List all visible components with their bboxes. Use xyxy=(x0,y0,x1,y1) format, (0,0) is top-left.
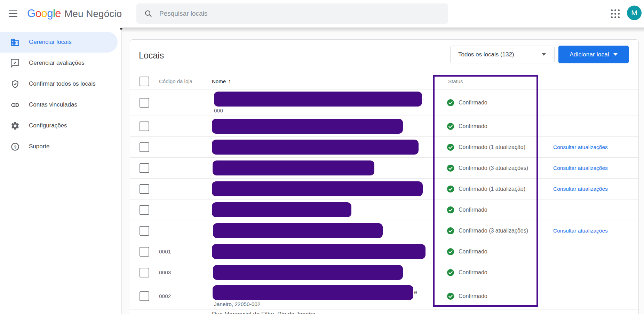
sidebar-item-suporte[interactable]: ? Suporte xyxy=(0,136,121,157)
redacted-name-bar xyxy=(214,92,422,107)
status-cell: Confirmado (1 atualização) xyxy=(447,143,552,151)
row-checkbox[interactable] xyxy=(140,247,149,257)
google-logo: Google Meu Negócio xyxy=(27,7,122,20)
sidebar-item-contas-vinculadas[interactable]: Contas vinculadas xyxy=(0,94,121,115)
row-checkbox[interactable] xyxy=(140,98,149,108)
status-text: Confirmado (1 atualização) xyxy=(459,144,525,150)
table-row: Confirmado xyxy=(130,199,638,220)
location-name-cell xyxy=(212,202,447,217)
consultar-atualizacoes-link[interactable]: Consultar atualizações xyxy=(553,144,608,150)
confirmed-check-icon xyxy=(447,123,454,130)
status-cell: Confirmado xyxy=(447,123,552,130)
row-checkbox[interactable] xyxy=(140,205,149,215)
table-row: Confirmado (1 atualização) Consultar atu… xyxy=(130,137,638,158)
bar-trailing-text: e xyxy=(414,289,417,296)
location-name-cell: e Janeiro, 22050-002 xyxy=(212,285,447,307)
locations-table: Código da loja Nome ↑ Status - 000 xyxy=(130,73,638,314)
page-title: Locais xyxy=(139,50,164,61)
location-name-cell xyxy=(212,265,447,280)
logo-letter: G xyxy=(27,7,35,20)
row-checkbox[interactable] xyxy=(140,163,149,173)
review-icon xyxy=(10,58,20,68)
sidebar-item-gerenciar-locais[interactable]: Gerenciar locais xyxy=(0,32,118,53)
row-checkbox[interactable] xyxy=(140,268,149,277)
status-text: Confirmado (1 atualização) xyxy=(459,186,525,192)
table-row: 0003 Confirmado xyxy=(130,262,638,283)
logo-letter: e xyxy=(55,7,61,20)
status-text: Confirmado xyxy=(459,123,487,129)
logo-letter: o xyxy=(41,7,47,20)
locations-filter-value: Todos os locais (132) xyxy=(458,51,514,58)
main-content: Locais Todos os locais (132) Adicionar l… xyxy=(122,28,644,314)
status-cell: Confirmado xyxy=(447,99,552,107)
svg-text:?: ? xyxy=(14,144,16,149)
redacted-name-bar xyxy=(212,119,403,134)
confirmed-check-icon xyxy=(447,227,454,235)
logo-letter: o xyxy=(35,7,41,20)
sidebar-item-configuracoes[interactable]: Configurações xyxy=(0,115,121,136)
consultar-atualizacoes-link[interactable]: Consultar atualizações xyxy=(553,228,608,234)
column-header-name-label: Nome xyxy=(212,78,226,84)
sort-ascending-icon: ↑ xyxy=(228,78,231,85)
redacted-name-bar xyxy=(213,223,383,238)
column-header-name[interactable]: Nome ↑ xyxy=(212,78,447,85)
address-fragment: 000 xyxy=(212,108,447,114)
gear-icon xyxy=(10,121,20,131)
location-name-cell xyxy=(212,181,447,196)
consultar-atualizacoes-link[interactable]: Consultar atualizações xyxy=(553,186,608,192)
search-icon xyxy=(144,9,152,18)
location-name-cell xyxy=(212,244,447,259)
table-row: Confirmado (3 atualizações) Consultar at… xyxy=(130,158,638,179)
confirmed-check-icon xyxy=(447,206,454,214)
row-checkbox[interactable] xyxy=(140,121,149,131)
location-name-cell xyxy=(212,140,447,155)
status-cell: Confirmado xyxy=(447,206,552,214)
sidebar-item-label: Configurações xyxy=(29,122,67,129)
search-bar[interactable] xyxy=(136,3,448,24)
address-fragment: Janeiro, 22050-002 xyxy=(212,301,447,307)
sidebar-item-label: Contas vinculadas xyxy=(29,101,77,108)
chevron-down-icon xyxy=(542,53,546,56)
hamburger-menu-icon[interactable] xyxy=(9,10,17,17)
status-cell: Confirmado (3 atualizações) xyxy=(447,227,552,235)
table-row: 0002 e Janeiro, 22050-002 Confirmado xyxy=(130,283,638,309)
locations-filter-dropdown[interactable]: Todos os locais (132) xyxy=(450,46,555,63)
buildings-icon xyxy=(10,38,20,47)
redacted-name-bar xyxy=(212,202,351,217)
logo-letter: g xyxy=(47,7,53,20)
store-code: 0002 xyxy=(159,293,212,299)
status-text: Confirmado (3 atualizações) xyxy=(459,228,528,234)
status-text: Confirmado xyxy=(459,269,487,276)
redacted-name-bar xyxy=(212,244,426,259)
select-all-checkbox[interactable] xyxy=(140,77,149,86)
table-row: Confirmado (3 atualizações) Consultar at… xyxy=(130,220,638,241)
shield-check-icon xyxy=(10,79,20,89)
consultar-atualizacoes-link[interactable]: Consultar atualizações xyxy=(553,165,608,171)
google-apps-grid-icon[interactable] xyxy=(611,9,620,18)
row-checkbox[interactable] xyxy=(140,291,149,301)
table-row: Confirmado (1 atualização) Consultar atu… xyxy=(130,179,638,199)
confirmed-check-icon xyxy=(447,99,454,107)
add-location-button[interactable]: Adicionar local xyxy=(558,46,629,63)
sidebar-item-label: Suporte xyxy=(29,143,50,150)
table-body: - 000 Confirmado xyxy=(130,89,638,309)
row-checkbox[interactable] xyxy=(140,184,149,194)
status-cell: Confirmado xyxy=(447,269,552,276)
table-row: 0001 Confirmado xyxy=(130,241,638,262)
row-checkbox[interactable] xyxy=(140,226,149,236)
search-input[interactable] xyxy=(159,10,424,17)
sidebar-item-confirmar-todos[interactable]: Confirmar todos os locais xyxy=(0,73,121,94)
sidebar-item-label: Confirmar todos os locais xyxy=(29,80,96,87)
status-cell: Confirmado (1 atualização) xyxy=(447,185,552,193)
redacted-name-bar xyxy=(213,160,374,175)
redacted-name-bar xyxy=(212,140,419,155)
confirmed-check-icon xyxy=(447,185,454,193)
scrollbar-arrow-icon[interactable] xyxy=(119,28,123,30)
sidebar-item-label: Gerenciar avaliações xyxy=(29,60,85,66)
sidebar-item-gerenciar-avaliacoes[interactable]: Gerenciar avaliações xyxy=(0,53,121,73)
status-cell: Confirmado (3 atualizações) xyxy=(447,164,552,172)
row-checkbox[interactable] xyxy=(140,142,149,152)
confirmed-check-icon xyxy=(447,248,454,256)
avatar[interactable]: M xyxy=(627,6,642,20)
bar-trailing-text: - xyxy=(423,96,424,102)
